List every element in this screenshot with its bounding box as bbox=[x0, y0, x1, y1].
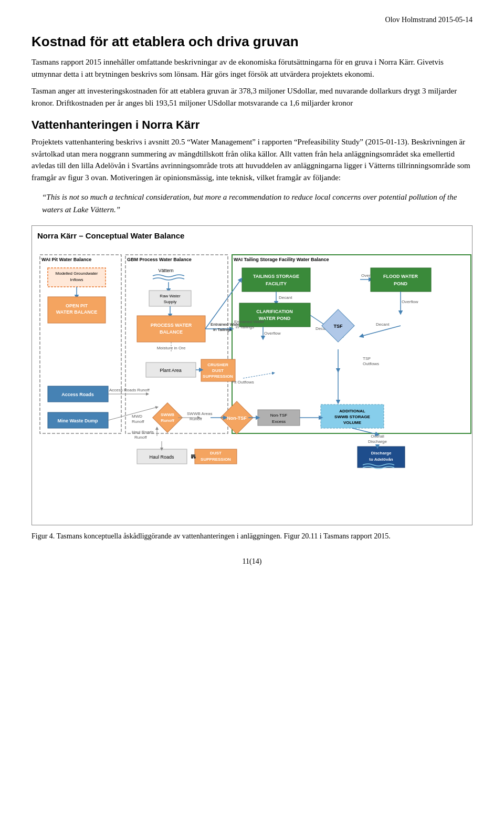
figure-caption-text: Figur 4. Tasmans konceptuella åskådliggö… bbox=[32, 532, 391, 540]
svg-line-65 bbox=[243, 373, 274, 378]
svg-rect-38 bbox=[242, 268, 310, 292]
svg-text:Runoff: Runoff bbox=[132, 419, 144, 424]
author-date: Olov Holmstrand 2015-05-14 bbox=[385, 16, 472, 24]
svg-rect-23 bbox=[137, 316, 205, 342]
page-header: Olov Holmstrand 2015-05-14 bbox=[32, 16, 472, 24]
svg-text:ADDITIONAL: ADDITIONAL bbox=[339, 409, 365, 413]
svg-point-98 bbox=[191, 457, 193, 459]
svg-text:DUST: DUST bbox=[212, 368, 224, 373]
paragraph-1: Tasmans rapport 2015 innehåller omfattan… bbox=[32, 56, 472, 80]
svg-text:Raw Water: Raw Water bbox=[160, 294, 181, 298]
svg-rect-2 bbox=[125, 255, 228, 433]
svg-text:in Tailings: in Tailings bbox=[236, 325, 254, 329]
svg-text:Haul Roads: Haul Roads bbox=[149, 454, 174, 460]
svg-text:TAILINGS STORAGE: TAILINGS STORAGE bbox=[253, 274, 299, 279]
svg-text:SUPPRESSION: SUPPRESSION bbox=[203, 374, 233, 379]
svg-text:GBM Process Water Balance: GBM Process Water Balance bbox=[127, 257, 192, 262]
svg-text:SWWB STORAGE: SWWB STORAGE bbox=[334, 414, 371, 419]
svg-text:SWWB Areas: SWWB Areas bbox=[187, 411, 212, 416]
svg-text:Inflows: Inflows bbox=[70, 277, 83, 282]
svg-text:Excess: Excess bbox=[272, 419, 286, 424]
svg-text:in Tailings: in Tailings bbox=[213, 327, 232, 332]
page-footer: 11(14) bbox=[32, 557, 472, 566]
svg-text:Plant Area: Plant Area bbox=[160, 368, 182, 373]
svg-text:Non-TSF: Non-TSF bbox=[227, 416, 247, 421]
svg-text:CLARIFICATION: CLARIFICATION bbox=[256, 309, 292, 314]
svg-text:PROCESS WATER: PROCESS WATER bbox=[151, 323, 192, 328]
svg-text:VOLUME: VOLUME bbox=[343, 420, 362, 425]
svg-text:Entrained Water: Entrained Water bbox=[234, 319, 265, 324]
svg-text:FACILITY: FACILITY bbox=[266, 281, 287, 286]
figure-caption: Figur 4. Tasmans konceptuella åskådliggö… bbox=[32, 531, 472, 542]
svg-text:Overflow: Overflow bbox=[402, 299, 418, 304]
svg-point-99 bbox=[194, 457, 196, 459]
svg-text:SUPPRESSION: SUPPRESSION bbox=[201, 457, 231, 462]
svg-text:Runoff: Runoff bbox=[134, 435, 147, 440]
svg-text:DUST: DUST bbox=[210, 451, 222, 455]
diagram-container: Norra Kärr – Conceptual Water Balance WA… bbox=[32, 225, 472, 525]
svg-text:Discharge: Discharge bbox=[368, 439, 387, 444]
svg-text:Pit Outflows: Pit Outflows bbox=[232, 380, 254, 385]
svg-text:Runoff: Runoff bbox=[190, 417, 202, 421]
svg-line-59 bbox=[361, 326, 401, 336]
paragraph-2: Tasman anger att investeringskostnaden f… bbox=[32, 85, 472, 109]
svg-text:SWWB: SWWB bbox=[161, 412, 174, 417]
quote-block: “This is not so much a technical conside… bbox=[42, 191, 462, 216]
svg-text:OPEN PIT: OPEN PIT bbox=[66, 303, 88, 308]
page-number: 11(14) bbox=[243, 557, 262, 565]
svg-text:POND: POND bbox=[394, 281, 408, 286]
svg-text:WAI Pit Water Balance: WAI Pit Water Balance bbox=[41, 257, 91, 262]
svg-text:Runoff: Runoff bbox=[161, 418, 174, 423]
svg-text:Overflow: Overflow bbox=[264, 331, 281, 336]
svg-text:Outflows: Outflows bbox=[363, 361, 379, 366]
svg-text:Overall: Overall bbox=[371, 434, 384, 439]
svg-rect-70 bbox=[153, 403, 183, 433]
svg-text:TSF: TSF bbox=[334, 324, 343, 329]
svg-text:to Adelövån: to Adelövån bbox=[369, 457, 393, 462]
svg-text:Mine Waste Dump: Mine Waste Dump bbox=[57, 418, 98, 423]
diagram-title: Norra Kärr – Conceptual Water Balance bbox=[37, 231, 467, 240]
diagram-svg-wrapper: WAI Pit Water Balance GBM Process Water … bbox=[37, 244, 467, 520]
svg-text:Non-TSF: Non-TSF bbox=[270, 413, 288, 418]
quote-text: “This is not so much a technical conside… bbox=[42, 193, 457, 214]
svg-text:Discharge: Discharge bbox=[371, 451, 392, 455]
svg-text:Decant: Decant bbox=[376, 322, 390, 327]
svg-text:Haul Roads: Haul Roads bbox=[132, 430, 154, 434]
svg-text:WATER BALANCE: WATER BALANCE bbox=[56, 309, 97, 315]
svg-text:Supply: Supply bbox=[164, 299, 176, 304]
svg-text:Access Roads Runoff: Access Roads Runoff bbox=[109, 388, 150, 392]
svg-rect-48 bbox=[371, 268, 431, 292]
svg-text:TSF: TSF bbox=[363, 356, 371, 361]
svg-text:Modelled Groundwater: Modelled Groundwater bbox=[56, 271, 98, 276]
section-heading: Vattenhanteringen i Norra Kärr bbox=[32, 118, 472, 132]
svg-text:BALANCE: BALANCE bbox=[160, 329, 183, 335]
svg-text:Decant: Decant bbox=[279, 295, 292, 300]
svg-text:Vättern: Vättern bbox=[158, 268, 173, 273]
svg-text:Access Roads: Access Roads bbox=[61, 392, 94, 397]
svg-text:CRUSHER: CRUSHER bbox=[207, 362, 228, 367]
paragraph-3: Projektets vattenhantering beskrivs i av… bbox=[32, 136, 472, 183]
page-title: Kostnad för att etablera och driva gruva… bbox=[32, 34, 472, 50]
svg-text:FLOOD WATER: FLOOD WATER bbox=[383, 274, 418, 279]
svg-text:MWD: MWD bbox=[132, 414, 142, 419]
svg-text:WAI Tailing Storage Facility W: WAI Tailing Storage Facility Water Balan… bbox=[234, 257, 329, 262]
